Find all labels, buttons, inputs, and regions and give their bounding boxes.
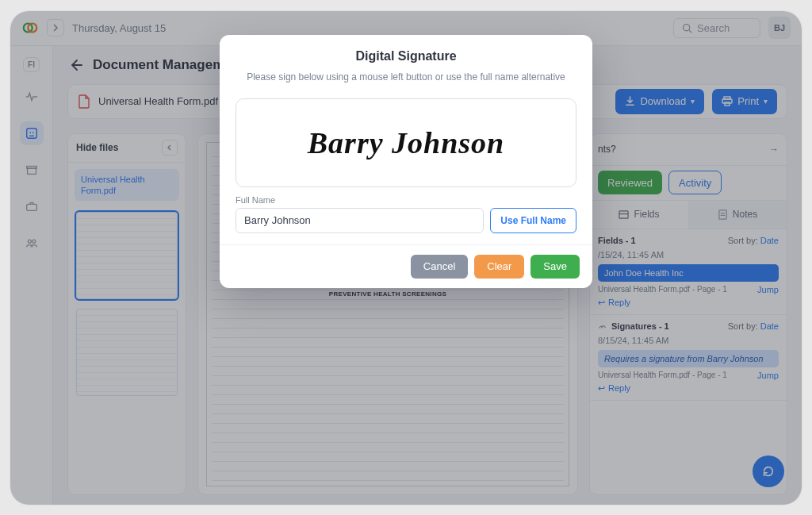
signature-canvas[interactable]: Barry Johnson xyxy=(236,98,576,187)
modal-title: Digital Signature xyxy=(236,49,576,63)
clear-button[interactable]: Clear xyxy=(474,255,524,279)
modal-instructions: Please sign below using a mouse left but… xyxy=(236,71,576,83)
fullname-input[interactable] xyxy=(236,208,484,233)
signature-preview: Barry Johnson xyxy=(308,125,504,160)
use-fullname-button[interactable]: Use Full Name xyxy=(490,208,576,233)
save-button[interactable]: Save xyxy=(530,255,580,279)
app-frame: Thursday, August 15 Search BJ FI Documen… xyxy=(10,10,802,505)
cancel-button[interactable]: Cancel xyxy=(411,255,468,279)
signature-modal: Digital Signature Please sign below usin… xyxy=(220,35,592,288)
fullname-label: Full Name xyxy=(236,195,576,205)
